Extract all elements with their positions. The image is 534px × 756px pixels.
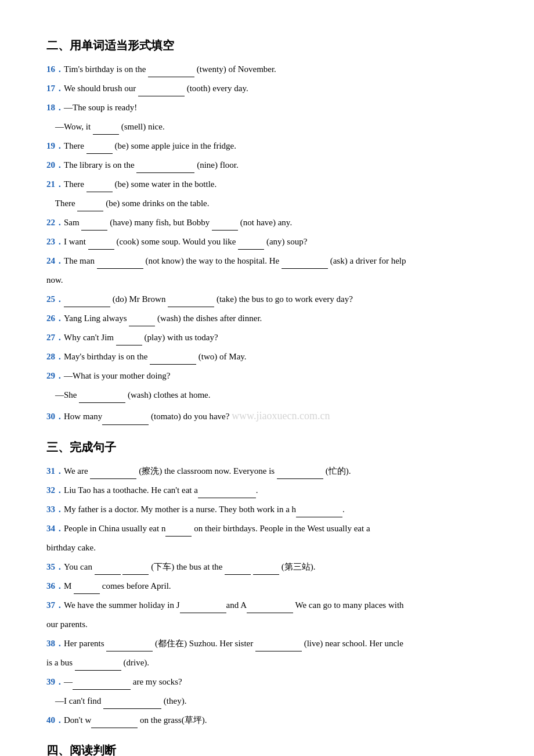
q33: 33． My father is a doctor. My mother is … bbox=[46, 502, 488, 517]
q20: 20． The library is on the (nine) floor. bbox=[46, 157, 488, 173]
q24a: 24． The man (not know) the way to the ho… bbox=[46, 253, 488, 269]
q23: 23． I want (cook) some soup. Would you l… bbox=[46, 234, 488, 250]
q17: 17． We should brush our (tooth) every da… bbox=[46, 81, 488, 96]
q27: 27． Why can't Jim (play) with us today? bbox=[46, 330, 488, 345]
q35: 35． You can (下车) the bus at the (第三站). bbox=[46, 559, 488, 575]
q29b: —She (wash) clothes at home. bbox=[46, 387, 488, 403]
q18a: 18． —The soup is ready! bbox=[46, 100, 488, 116]
q38a: 38． Her parents (都住在) Suzhou. Her sister… bbox=[46, 636, 488, 651]
q29a: 29． —What is your mother doing? bbox=[46, 368, 488, 384]
q16: 16． Tim's birthday is on the (twenty) of… bbox=[46, 62, 488, 77]
q24b: now. bbox=[46, 272, 488, 288]
q36: 36． M comes before April. bbox=[46, 578, 488, 594]
q39a: 39． — are my socks? bbox=[46, 674, 488, 690]
q32: 32． Liu Tao has a toothache. He can't ea… bbox=[46, 483, 488, 498]
q21b: There (be) some drinks on the table. bbox=[46, 196, 488, 211]
q18b: —Wow, it (smell) nice. bbox=[46, 119, 488, 135]
q38b: is a bus (drive). bbox=[46, 655, 488, 671]
q21a: 21． There (be) some water in the bottle. bbox=[46, 177, 488, 192]
q40: 40． Don't w on the grass(草坪). bbox=[46, 712, 488, 728]
q34a: 34． People in China usually eat n on the… bbox=[46, 521, 488, 537]
q30: 30． How many (tomato) do you have? www.j… bbox=[46, 406, 488, 425]
q39b: —I can't find (they). bbox=[46, 693, 488, 709]
q37a: 37． We have the summer holiday in Jand A… bbox=[46, 597, 488, 613]
q37b: our parents. bbox=[46, 617, 488, 632]
q31: 31． We are (擦洗) the classroom now. Every… bbox=[46, 463, 488, 479]
q22: 22． Sam (have) many fish, but Bobby (not… bbox=[46, 215, 488, 231]
q19: 19． There (be) some apple juice in the f… bbox=[46, 138, 488, 154]
section-3-title: 三、完成句子 bbox=[46, 437, 488, 458]
q25: 25． (do) Mr Brown (take) the bus to go t… bbox=[46, 291, 488, 307]
section-2-title: 二、用单词适当形式填空 bbox=[46, 35, 488, 56]
q26: 26． Yang Ling always (wash) the dishes a… bbox=[46, 311, 488, 326]
q28: 28． May's birthday is on the (two) of Ma… bbox=[46, 349, 488, 365]
q34b: birthday cake. bbox=[46, 540, 488, 556]
section-4-title: 四、阅读判断 bbox=[46, 740, 488, 756]
